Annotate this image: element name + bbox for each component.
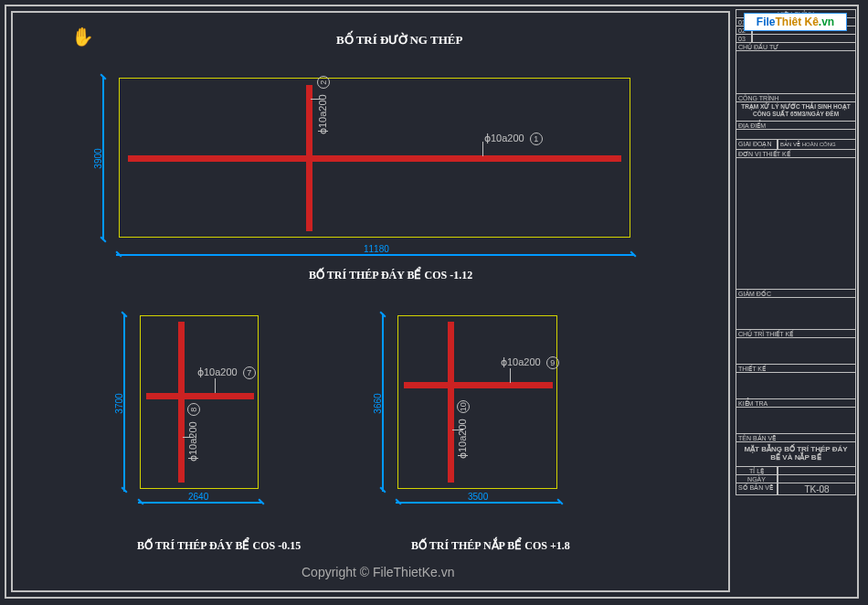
leader-9	[510, 368, 511, 383]
logo: FileThiêt Kê.vn	[744, 13, 847, 31]
dim-right-w: 3500	[468, 492, 488, 502]
rebar-spec-9: ϕ10a200	[501, 356, 541, 367]
leader-7	[215, 378, 216, 393]
logo-tk: Thiêt Kê	[775, 16, 818, 28]
sub-title-1: BỐ TRÍ THÉP ĐÁY BỂ COS -1.12	[309, 269, 472, 282]
rebar-tag-10: 10	[457, 400, 470, 413]
tb-kiemtra-val	[736, 407, 856, 434]
dim-left-w: 2640	[188, 492, 208, 502]
tb-thietke-val	[736, 372, 856, 399]
tb-sobanve: SỐ BẢN VẼ	[736, 483, 778, 495]
rebar-tag-2: 2	[317, 76, 330, 89]
dim-h-top	[116, 254, 634, 256]
rebar-tag-9: 9	[546, 356, 559, 369]
rebar-spec-8: ϕ10a200	[187, 421, 198, 462]
tb-tenbanve-val: MẶT BẰNG BỐ TRÍ THÉP ĐÁY BỂ VÀ NẮP BỂ	[736, 441, 856, 467]
rebar-spec-2: ϕ10a200	[317, 94, 328, 134]
sub-title-3: BỐ TRÍ THÉP NẮP BỂ COS +1.8	[411, 539, 570, 553]
title-block: HIỆU CHỈNH 01 02 03 CHỦ ĐẦU TƯ CÔNG TRÌN…	[736, 11, 856, 592]
pan-cursor-icon: ✋	[71, 26, 94, 48]
left-rect	[140, 315, 259, 489]
rebar-label-8: ϕ10a200 8	[187, 403, 200, 462]
dim-top-w: 11180	[364, 244, 389, 254]
rebar-h-7	[146, 393, 254, 399]
leader-1	[482, 142, 483, 156]
rebar-v-10	[448, 322, 454, 483]
rebar-label-9: ϕ10a200 9	[501, 356, 559, 369]
rebar-label-2: ϕ10a200 2	[317, 76, 330, 134]
rebar-tag-1: 1	[530, 133, 543, 145]
tb-congtrinh-val: TRẠM XỬ LÝ NƯỚC THẢI SINH HOẠT CÔNG SUẤT…	[736, 101, 856, 122]
rebar-h-9	[404, 382, 553, 388]
dim-top-h: 3900	[93, 148, 103, 168]
rebar-label-7: ϕ10a200 7	[197, 366, 256, 379]
sub-title-2: BỐ TRÍ THÉP ĐÁY BỂ COS -0.15	[137, 539, 301, 553]
tb-chutri-val	[736, 337, 856, 365]
dim-h-left	[138, 502, 261, 504]
tb-donvi-val	[736, 157, 856, 290]
tb-banve: BẢN VẼ HOÀN CÔNG	[778, 139, 856, 150]
rebar-spec-10: ϕ10a200	[457, 419, 468, 459]
tb-giaidoan: GIAI ĐOẠN	[736, 139, 778, 150]
tb-giamdoc-val	[736, 297, 856, 330]
rebar-v-8	[178, 322, 185, 483]
rebar-v-2	[306, 85, 312, 231]
logo-vn: .vn	[819, 16, 834, 28]
dim-h-right	[396, 502, 560, 504]
rebar-spec-7: ϕ10a200	[197, 366, 238, 377]
main-title: BỐ TRÍ ĐƯỜNG THÉP	[336, 33, 462, 48]
rebar-h-1	[128, 155, 621, 162]
dim-left-h: 3700	[114, 393, 124, 413]
tb-r3b	[752, 34, 856, 43]
tb-chudautu-val	[736, 50, 856, 94]
tb-sobanve-val: TK-08	[778, 483, 856, 495]
right-rect	[397, 315, 557, 489]
logo-file: File	[757, 16, 776, 28]
watermark: Copyright © FileThietKe.vn	[302, 565, 455, 579]
tb-r3: 03	[736, 34, 752, 43]
rebar-label-1: ϕ10a200 1	[484, 133, 543, 145]
rebar-label-10: ϕ10a200 10	[457, 400, 470, 459]
dim-right-h: 3660	[373, 393, 383, 413]
rebar-tag-8: 8	[187, 403, 200, 416]
rebar-spec-1: ϕ10a200	[484, 133, 524, 143]
rebar-tag-7: 7	[243, 366, 256, 379]
